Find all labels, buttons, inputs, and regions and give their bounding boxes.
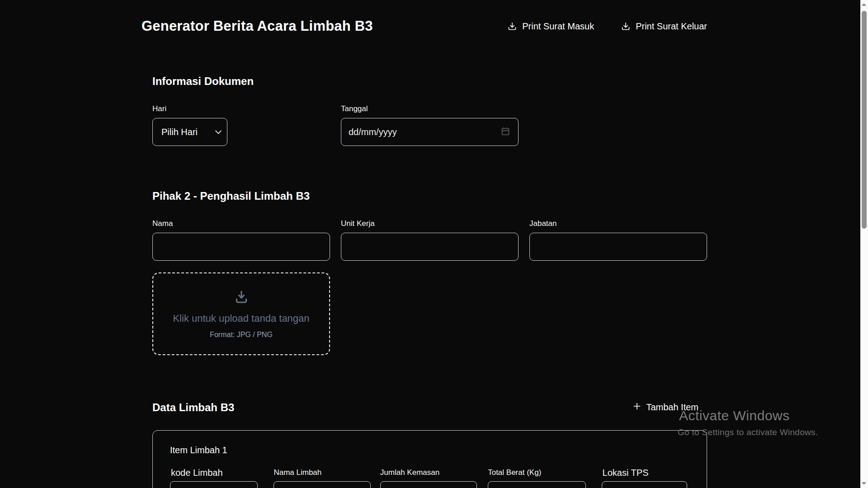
jumlah-kemasan-field: Jumlah Kemasan [380,466,477,488]
jabatan-label: Jabatan [529,219,707,229]
section-informasi-dokumen: Informasi Dokumen Hari Pilih Hari Tangga… [142,74,707,146]
unit-kerja-input[interactable] [341,233,519,261]
item-fields-row: kode Limbah Nama Limbah Jumlah Kemasan T… [170,466,687,488]
jabatan-field: Jabatan [529,219,707,261]
jumlah-kemasan-label: Jumlah Kemasan [380,466,477,478]
print-surat-keluar-label: Print Surat Keluar [636,21,707,32]
lokasi-tps-field: Lokasi TPS [602,466,687,488]
app-header: Generator Berita Acara Limbah B3 Print S… [142,0,707,34]
kode-limbah-label: kode Limbah [170,466,258,478]
plus-icon [632,402,642,413]
unit-kerja-field: Unit Kerja [341,219,519,261]
section-heading-data-limbah: Data Limbah B3 [152,400,234,415]
section-data-limbah: Data Limbah B3 Tambah Item Item Limbah 1… [142,400,707,488]
download-icon [508,22,517,31]
upload-icon [233,289,250,306]
nama-limbah-field: Nama Limbah [274,466,370,488]
lokasi-tps-input[interactable] [602,481,687,488]
print-surat-masuk-label: Print Surat Masuk [522,21,594,32]
tanggal-field: Tanggal [341,104,519,146]
total-berat-input[interactable] [488,481,585,488]
tanggal-input[interactable] [341,118,519,146]
total-berat-field: Total Berat (Kg) [488,466,585,488]
upload-format-hint: Format: JPG / PNG [210,331,273,339]
item-title: Item Limbah 1 [170,444,687,456]
nama-limbah-label: Nama Limbah [274,466,370,478]
nama-limbah-input[interactable] [274,481,370,488]
hari-select[interactable]: Pilih Hari [152,118,227,146]
section-heading-pihak2: Pihak 2 - Penghasil Limbah B3 [152,188,707,203]
section-pihak2: Pihak 2 - Penghasil Limbah B3 Nama Unit … [142,188,707,355]
nama-field: Nama [152,219,330,261]
page-title: Generator Berita Acara Limbah B3 [142,18,373,34]
nama-input[interactable] [152,233,330,261]
scrollbar-thumb[interactable] [862,11,867,229]
header-actions: Print Surat Masuk Print Surat Keluar [508,21,707,32]
tambah-item-label: Tambah Item [646,402,698,413]
print-surat-masuk-button[interactable]: Print Surat Masuk [508,21,594,32]
jumlah-kemasan-input[interactable] [380,481,477,488]
unit-kerja-label: Unit Kerja [341,219,519,229]
download-icon [621,22,630,31]
kode-limbah-field: kode Limbah [170,466,258,488]
pihak2-fields-row: Nama Unit Kerja Jabatan [152,219,707,261]
hari-label: Hari [152,104,330,114]
print-surat-keluar-button[interactable]: Print Surat Keluar [621,21,707,32]
signature-upload-dropzone[interactable]: Klik untuk upload tanda tangan Format: J… [152,272,330,355]
vertical-scrollbar[interactable] [860,0,868,488]
tanggal-label: Tanggal [341,104,519,114]
main-content: Generator Berita Acara Limbah B3 Print S… [142,0,707,488]
tambah-item-button[interactable]: Tambah Item [632,402,698,413]
kode-limbah-input[interactable] [170,481,258,488]
total-berat-label: Total Berat (Kg) [488,466,585,478]
section-heading-informasi: Informasi Dokumen [152,74,707,89]
informasi-fields-row: Hari Pilih Hari Tanggal [152,104,707,146]
limbah-item-card: Item Limbah 1 kode Limbah Nama Limbah Ju… [152,430,707,488]
scrollbar-up-arrow-icon[interactable] [862,3,866,6]
hari-field: Hari Pilih Hari [152,104,330,146]
nama-label: Nama [152,219,330,229]
scrollbar-down-arrow-icon[interactable] [862,482,866,485]
jabatan-input[interactable] [529,233,707,261]
upload-instruction: Klik untuk upload tanda tangan [173,313,309,324]
lokasi-tps-label: Lokasi TPS [602,466,687,478]
